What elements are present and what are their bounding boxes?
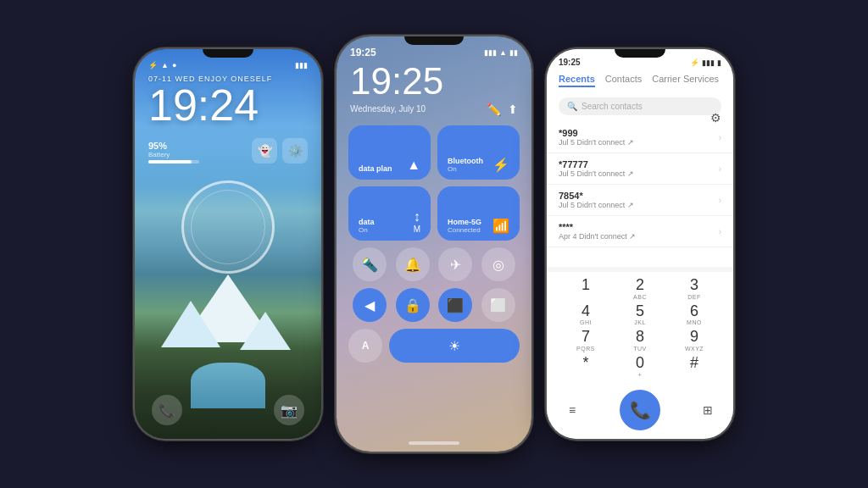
signal-bars-icon: ▮▮▮ xyxy=(484,48,497,57)
phone-icon[interactable]: 📞 xyxy=(152,395,182,425)
battery-icon: ▮▮▮ xyxy=(295,61,308,69)
alarm-btn[interactable]: 🔔 xyxy=(396,247,430,281)
auto-brightness-btn[interactable]: A xyxy=(348,329,382,363)
control-row-2: data On ↕ M Home-5G Connected 📶 xyxy=(348,186,520,241)
recent-item-3-info: 7854* Jul 5 Didn't connect ↗ xyxy=(559,191,634,209)
share-icon[interactable]: ⬆ xyxy=(508,103,518,116)
recent-item-4[interactable]: **** Apr 4 Didn't connect ↗ › xyxy=(547,216,733,247)
recent-number-3: 7854* xyxy=(559,191,634,201)
recent-number-4: **** xyxy=(559,222,636,232)
recent-arrow-4: › xyxy=(719,227,721,236)
recent-item-2-info: *77777 Jul 5 Didn't connect ↗ xyxy=(559,159,634,178)
dial-row-2: 4 GHI 5 JKL 6 MNO xyxy=(559,303,721,326)
recent-meta-2: Jul 5 Didn't connect ↗ xyxy=(559,169,634,178)
dial-key-2[interactable]: 2 ABC xyxy=(620,277,659,300)
battery-status2-icon: ▮ xyxy=(717,58,721,67)
wifi-tile-icon: 📶 xyxy=(492,218,509,234)
phone3-tabs-area: Recents Contacts Carrier Services ⚙ xyxy=(547,70,733,94)
search-input[interactable]: Search contacts xyxy=(581,102,643,111)
recent-number-2: *77777 xyxy=(559,159,634,169)
recent-meta-1: Jul 5 Didn't connect ↗ xyxy=(559,138,634,147)
home-indicator[interactable] xyxy=(409,441,459,445)
signal-tile-icon: ▲ xyxy=(407,158,420,173)
bluetooth-text: Bluetooth On xyxy=(448,155,483,173)
data-text: data On xyxy=(359,216,375,234)
tab-contacts[interactable]: Contacts xyxy=(605,74,642,87)
recent-arrow-2: › xyxy=(719,164,721,174)
dial-key-6[interactable]: 6 MNO xyxy=(675,303,714,326)
dial-key-5[interactable]: 5 JKL xyxy=(620,303,659,326)
airplane-btn[interactable]: ✈ xyxy=(438,247,472,281)
wifi-text: Home-5G Connected xyxy=(448,216,481,234)
call-button[interactable]: 📞 xyxy=(620,390,660,430)
edit-icon[interactable]: ✏️ xyxy=(487,103,501,116)
dial-key-4[interactable]: 4 GHI xyxy=(566,303,605,326)
dialpad-bottom-actions: ≡ 📞 ⊞ xyxy=(547,385,733,439)
wifi-icon-area: 📶 xyxy=(492,218,509,234)
dial-key-star[interactable]: * xyxy=(566,355,605,378)
recent-item-3[interactable]: 7854* Jul 5 Didn't connect ↗ › xyxy=(547,185,733,216)
bluetooth-status: On xyxy=(448,165,483,173)
dial-row-4: * 0 + # xyxy=(559,355,721,378)
bluetooth-status-icon: ⚡ xyxy=(690,58,699,67)
tab-recents[interactable]: Recents xyxy=(559,74,595,87)
signal-status-icon: ▮▮▮ xyxy=(702,58,715,67)
location-btn[interactable]: ◀ xyxy=(353,288,387,322)
dial-key-0[interactable]: 0 + xyxy=(620,355,659,378)
phone1-app-icons: 👻 ⚙️ xyxy=(252,138,308,164)
bluetooth-tile[interactable]: Bluetooth On ⚡ xyxy=(437,125,520,180)
tab-carrier-services[interactable]: Carrier Services xyxy=(652,74,719,87)
ghost-app-icon[interactable]: 👻 xyxy=(252,138,277,164)
settings-gear-icon[interactable]: ⚙ xyxy=(710,111,721,125)
circle-widget xyxy=(181,180,275,274)
data-plan-tile[interactable]: data plan ▲ xyxy=(348,125,431,180)
expand-btn[interactable]: ⬜ xyxy=(481,288,515,322)
mountain-peak-right xyxy=(240,312,291,350)
focus-btn[interactable]: ◎ xyxy=(481,247,515,281)
small-controls-row2: ◀ 🔒 ⬛ ⬜ xyxy=(348,288,520,322)
bluetooth-icon: ⚡ xyxy=(148,61,158,69)
flashlight-btn[interactable]: 🔦 xyxy=(353,247,387,281)
search-bar[interactable]: 🔍 Search contacts xyxy=(559,97,721,115)
phone2-date: Wednesday, July 10 xyxy=(350,104,426,114)
phone2: 19:25 ▮▮▮ ▲ ▮▮ 19:25 Wednesday, July 10 … xyxy=(337,36,531,452)
phone1-time-area: 07-11 WED ENJOY ONESELF 19:24 xyxy=(148,75,272,127)
wifi-tile[interactable]: Home-5G Connected 📶 xyxy=(437,186,520,241)
search-magnifier-icon: 🔍 xyxy=(567,102,577,111)
data-icon-area: ▲ xyxy=(407,158,420,173)
battery-percentage: 95% xyxy=(148,141,199,151)
phone1: ⚡ ▲ ● ▮▮▮ 07-11 WED ENJOY ONESELF 19:24 … xyxy=(135,49,321,439)
signal-icon: ● xyxy=(172,61,176,69)
recent-item-1-info: *999 Jul 5 Didn't connect ↗ xyxy=(559,128,634,147)
wifi-icon: ▲ xyxy=(161,61,169,69)
brightness-slider[interactable]: ☀ xyxy=(389,329,520,363)
recent-arrow-3: › xyxy=(719,196,721,205)
data-plan-label: data plan xyxy=(359,164,392,173)
dial-key-9[interactable]: 9 WXYZ xyxy=(675,329,714,352)
camera-icon[interactable]: 📷 xyxy=(274,395,304,425)
battery-fill xyxy=(148,160,192,164)
phone2-status-icons: ▮▮▮ ▲ ▮▮ xyxy=(484,48,518,57)
dial-key-hash[interactable]: # xyxy=(675,355,714,378)
settings-app-icon[interactable]: ⚙️ xyxy=(282,138,308,164)
wifi-status-icon: ▲ xyxy=(499,48,507,57)
dial-key-1[interactable]: 1 xyxy=(566,277,605,300)
data-tile-icon: ↕ xyxy=(414,209,420,225)
recent-item-2[interactable]: *77777 Jul 5 Didn't connect ↗ › xyxy=(547,153,733,185)
bluetooth-label: Bluetooth xyxy=(448,157,483,165)
menu-icon[interactable]: ≡ xyxy=(559,396,586,424)
dial-key-7[interactable]: 7 PQRS xyxy=(566,329,605,352)
data-tile[interactable]: data On ↕ M xyxy=(348,186,431,241)
dial-key-8[interactable]: 8 TUV xyxy=(620,329,659,352)
grid-icon[interactable]: ⊞ xyxy=(694,396,721,424)
video-btn[interactable]: ⬛ xyxy=(438,288,472,322)
circle-inner xyxy=(191,190,265,264)
camera-lock-btn[interactable]: 🔒 xyxy=(396,288,430,322)
recent-item-1[interactable]: *999 Jul 5 Didn't connect ↗ › xyxy=(547,122,733,153)
phone1-time: 19:24 xyxy=(148,83,272,127)
dial-row-1: 1 2 ABC 3 DEF xyxy=(559,277,721,300)
recent-meta-4: Apr 4 Didn't connect ↗ xyxy=(559,232,636,241)
phone3-tabs: Recents Contacts Carrier Services xyxy=(547,70,733,94)
phone3-screen: 19:25 ⚡ ▮▮▮ ▮ Recents Contacts Carrier S… xyxy=(547,49,733,439)
dial-key-3[interactable]: 3 DEF xyxy=(675,277,714,300)
